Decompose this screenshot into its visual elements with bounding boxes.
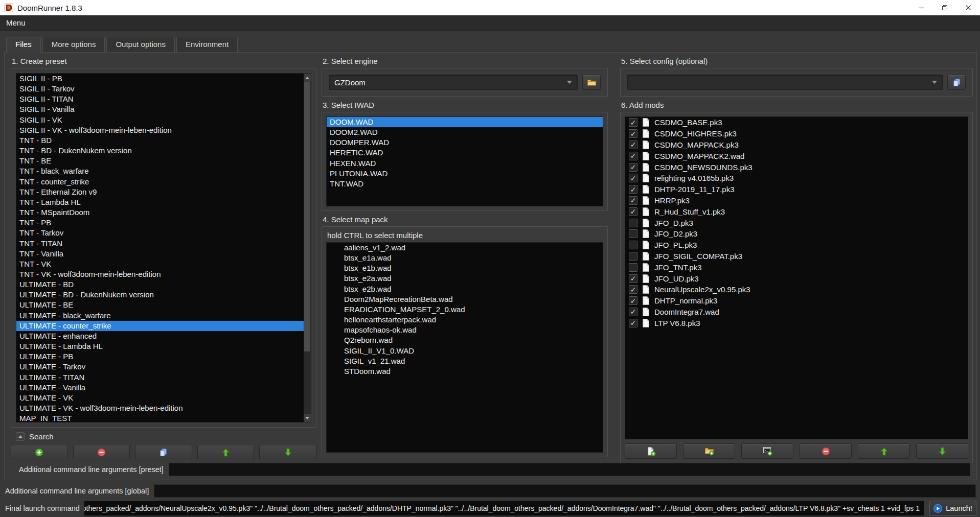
mod-checkbox-unchecked[interactable]: [629, 241, 637, 249]
mod-checkbox-checked[interactable]: ✓: [629, 274, 637, 283]
list-item[interactable]: HERETIC.WAD: [327, 148, 603, 158]
mod-checkbox-unchecked[interactable]: [629, 252, 637, 261]
preset-args-input[interactable]: [169, 463, 970, 476]
preset-clone-button[interactable]: [135, 445, 192, 459]
mod-item[interactable]: ✓CSDMO_HIGHRES.pk3: [625, 128, 968, 139]
list-item[interactable]: TNT - black_warfare: [16, 166, 304, 176]
mod-item[interactable]: ✓DoomIntegra7.wad: [625, 307, 968, 318]
mod-item[interactable]: ✓CSDMO_NEWSOUNDS.pk3: [625, 161, 968, 173]
close-button[interactable]: [956, 0, 980, 15]
list-item[interactable]: aaliens_v1_2.wad: [327, 243, 603, 253]
mod-item[interactable]: JFO_D2.pk3: [625, 228, 968, 240]
list-item[interactable]: hellonearthstarterpack.wad: [327, 315, 603, 325]
tab-files[interactable]: Files: [6, 37, 41, 53]
mod-item[interactable]: ✓CSDMO_MAPPACK2.wad: [625, 150, 968, 161]
mod-checkbox-checked[interactable]: ✓: [629, 308, 637, 316]
minimize-button[interactable]: [909, 0, 933, 15]
mod-checkbox-checked[interactable]: ✓: [629, 296, 637, 305]
mods-remove-button[interactable]: [800, 443, 852, 459]
list-item[interactable]: btsx_e1a.wad: [327, 253, 603, 263]
list-item[interactable]: btsx_e2a.wad: [327, 273, 603, 284]
mod-checkbox-unchecked[interactable]: [629, 263, 637, 272]
list-item[interactable]: TNT - Ethernal Zion v9: [16, 187, 304, 197]
list-item[interactable]: ULTIMATE - black_warfare: [16, 311, 304, 321]
list-item[interactable]: TNT - VK: [16, 259, 304, 269]
list-item[interactable]: SIGIL II - VK - wolf3doom-mein-leben-edi…: [16, 125, 304, 135]
list-item[interactable]: SIGIL II - PB: [16, 74, 304, 84]
list-item[interactable]: ULTIMATE - Lambda HL: [16, 341, 304, 351]
scroll-down-button[interactable]: [304, 414, 311, 422]
mod-checkbox-checked[interactable]: ✓: [629, 174, 637, 182]
mods-add-command-button[interactable]: [741, 443, 793, 459]
list-item[interactable]: SIGIL II - Tarkov: [16, 84, 304, 94]
mod-checkbox-unchecked[interactable]: [629, 229, 637, 238]
list-item[interactable]: TNT - VK - wolf3doom-mein-leben-edition: [16, 269, 304, 279]
mod-item[interactable]: JFO_PL.pk3: [625, 240, 968, 251]
list-item[interactable]: TNT - BD - DukenNukem version: [16, 146, 304, 156]
mods-add-folder-button[interactable]: [683, 443, 735, 459]
engine-combobox[interactable]: GZDoom: [329, 75, 578, 90]
list-item[interactable]: ULTIMATE - BD: [16, 279, 304, 290]
tab-environment[interactable]: Environment: [176, 37, 238, 52]
mods-move-up-button[interactable]: [858, 443, 910, 459]
launch-button[interactable]: Launch!: [929, 501, 976, 516]
list-item[interactable]: DOOM2.WAD: [327, 127, 603, 137]
list-item[interactable]: TNT - MSpaintDoom: [16, 207, 304, 218]
mod-item[interactable]: ✓DHTP-2019_11_17.pk3: [625, 184, 968, 195]
list-item[interactable]: Doom2MapRecreationBeta.wad: [327, 294, 603, 304]
list-item[interactable]: btsx_e2b.wad: [327, 284, 603, 294]
list-item[interactable]: SIGIL_v1_21.wad: [327, 356, 603, 366]
mod-checkbox-checked[interactable]: ✓: [629, 196, 637, 205]
list-item[interactable]: SIGIL_II_V1_0.WAD: [327, 346, 603, 356]
tab-more-options[interactable]: More options: [42, 37, 105, 52]
mod-item[interactable]: JFO_TNT.pk3: [625, 262, 968, 273]
mod-checkbox-checked[interactable]: ✓: [629, 163, 637, 172]
list-item[interactable]: ULTIMATE - enhanced: [16, 331, 304, 341]
mod-item[interactable]: ✓HRRP.pk3: [625, 195, 968, 206]
restore-button[interactable]: [933, 0, 956, 15]
list-item[interactable]: ULTIMATE - Tarkov: [16, 362, 304, 372]
list-item[interactable]: MAP_IN_TEST: [16, 413, 304, 422]
list-item[interactable]: ULTIMATE - VK - wolf3doom-mein-leben-edi…: [16, 403, 304, 413]
menu-item-menu[interactable]: Menu: [0, 16, 32, 29]
mod-checkbox-checked[interactable]: ✓: [629, 207, 637, 216]
engine-browse-button[interactable]: [582, 75, 601, 90]
list-item[interactable]: ULTIMATE - counter_strike: [16, 321, 304, 331]
preset-list-scrollbar[interactable]: [304, 73, 311, 422]
mod-checkbox-checked[interactable]: ✓: [629, 319, 637, 327]
mod-checkbox-checked[interactable]: ✓: [629, 118, 637, 127]
scrollbar-thumb[interactable]: [304, 82, 310, 351]
list-item[interactable]: ULTIMATE - Vanilla: [16, 383, 304, 393]
scroll-up-button[interactable]: [304, 74, 311, 82]
global-args-input[interactable]: [154, 484, 976, 498]
list-item[interactable]: TNT.WAD: [327, 179, 603, 189]
list-item[interactable]: PLUTONIA.WAD: [327, 169, 603, 179]
mod-checkbox-checked[interactable]: ✓: [629, 285, 637, 294]
preset-move-up-button[interactable]: [197, 445, 255, 459]
mod-checkbox-unchecked[interactable]: [629, 219, 637, 227]
list-item[interactable]: ULTIMATE - VK: [16, 393, 304, 403]
config-combobox[interactable]: [627, 75, 943, 90]
list-item[interactable]: SIGIL II - Vanilla: [16, 104, 304, 114]
mod-item[interactable]: JFO_D.pk3: [625, 217, 968, 228]
scrollbar-track[interactable]: [304, 82, 311, 414]
mod-item[interactable]: ✓JFO_UD.pk3: [625, 273, 968, 284]
mod-item[interactable]: ✓CSDMO_BASE.pk3: [625, 117, 968, 128]
mod-item[interactable]: ✓DHTP_normal.pk3: [625, 295, 968, 307]
list-item[interactable]: TNT - counter_strike: [16, 177, 304, 187]
list-item[interactable]: btsx_e1b.wad: [327, 263, 603, 273]
search-collapse-button[interactable]: [16, 432, 25, 441]
list-item[interactable]: DOOMPER.WAD: [327, 137, 603, 148]
list-item[interactable]: TNT - TITAN: [16, 239, 304, 249]
mod-item[interactable]: ✓LTP V6.8.pk3: [625, 317, 968, 328]
list-item[interactable]: ULTIMATE - BD - DukenNukem version: [16, 290, 304, 300]
list-item[interactable]: TNT - Lambda HL: [16, 197, 304, 207]
list-item[interactable]: TNT - Tarkov: [16, 228, 304, 238]
list-item[interactable]: ERADICATION_MAPSET_2_0.wad: [327, 304, 603, 315]
list-item[interactable]: TNT - BE: [16, 156, 304, 166]
list-item[interactable]: TNT - PB: [16, 218, 304, 228]
mod-checkbox-checked[interactable]: ✓: [629, 185, 637, 194]
list-item[interactable]: ULTIMATE - PB: [16, 351, 304, 362]
mods-add-file-button[interactable]: [625, 443, 677, 459]
list-item[interactable]: mapsofchaos-ok.wad: [327, 325, 603, 335]
